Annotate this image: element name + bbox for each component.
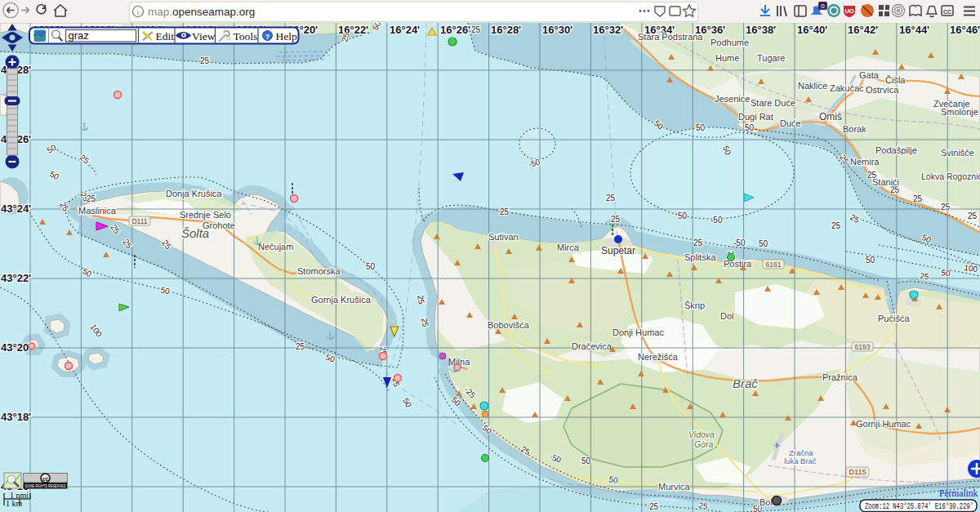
svg-text:50: 50 [759,239,768,248]
svg-text:Gata: Gata [859,70,880,80]
svg-text:25: 25 [941,203,951,211]
svg-text:⚓: ⚓ [79,122,89,131]
svg-text:Šolta: Šolta [181,226,209,240]
svg-text:1 km: 1 km [6,499,23,508]
svg-text:Stanići: Stanići [872,177,899,187]
svg-text:Nečujam: Nečujam [258,242,293,252]
svg-text:Pražnica: Pražnica [822,372,858,382]
svg-text:Bol: Bol [760,497,773,507]
svg-text:Srednje Selo: Srednje Selo [180,210,231,220]
svg-text:50: 50 [581,456,591,465]
svg-text:Dol: Dol [720,311,734,321]
svg-text:Bobovišća: Bobovišća [488,320,530,330]
svg-text:Pučišća: Pučišća [878,314,910,323]
svg-text:Murvica: Murvica [658,482,690,492]
svg-text:Stomorska: Stomorska [297,266,341,276]
svg-text:Čišla: Čišla [885,75,906,85]
svg-text:25: 25 [296,342,305,351]
svg-text:Supetar: Supetar [601,245,635,256]
svg-text:graz: graz [69,29,89,42]
svg-text:Škrip: Škrip [684,301,705,310]
svg-text:Nerežišća: Nerežišća [638,352,679,362]
svg-text:Maslinica: Maslinica [78,206,117,216]
svg-text:Zakučac: Zakučac [830,83,864,93]
svg-text:Zoom:12 N43°25.874' E16°30.229: Zoom:12 N43°25.874' E16°30.229' [865,502,973,511]
svg-text:Naklice: Naklice [798,81,827,91]
svg-text:16°28': 16°28' [491,24,521,36]
svg-text:Splitska: Splitska [684,252,716,262]
svg-text:⚓: ⚓ [325,331,335,341]
svg-text:Tools: Tools [234,30,258,42]
svg-text:Podhume: Podhume [710,38,749,47]
svg-text:Hume: Hume [715,53,739,63]
svg-text:Nemira: Nemira [850,157,880,167]
svg-text:Donja Krušica: Donja Krušica [166,189,222,198]
svg-text:cc: cc [42,476,49,482]
svg-text:Tugare: Tugare [757,53,785,63]
svg-text:Omiš: Omiš [819,111,842,122]
svg-text:25: 25 [649,502,659,511]
svg-text:25: 25 [606,194,616,203]
svg-text:16°40': 16°40' [797,24,827,36]
svg-text:Help: Help [276,30,297,42]
svg-text:50: 50 [366,262,376,271]
svg-text:⚓: ⚓ [252,236,262,246]
svg-text:25: 25 [913,194,923,203]
svg-text:16°30': 16°30' [542,24,572,36]
svg-text:50: 50 [678,211,688,220]
svg-text:Dračevica: Dračevica [572,341,612,351]
svg-text:✈: ✈ [773,441,780,450]
svg-text:43°22': 43°22' [1,272,31,284]
svg-text:Stara Podstrana: Stara Podstrana [638,32,703,42]
svg-text:D115: D115 [849,468,866,476]
svg-text:25: 25 [471,25,481,34]
svg-text:luka Brač: luka Brač [784,456,817,465]
svg-text:Duće: Duće [780,118,801,128]
svg-text:Dugi Rat: Dugi Rat [738,112,773,122]
svg-text:-50: -50 [710,216,723,225]
svg-text:Podašpilje: Podašpilje [875,145,917,155]
svg-text:Donji Humac: Donji Humac [612,327,664,337]
svg-text:16°24': 16°24' [390,24,420,36]
svg-text:⚓: ⚓ [449,363,459,373]
svg-text:UO: UO [844,7,853,15]
svg-text:Vidova: Vidova [688,430,715,439]
svg-text:25: 25 [968,211,978,220]
svg-text:Mirca: Mirca [557,243,580,252]
svg-text:i: i [137,8,140,16]
svg-text:-50: -50 [733,238,746,247]
svg-text:Gornji Humac: Gornji Humac [856,419,911,429]
svg-text:16°32': 16°32' [593,24,623,36]
svg-text:Stare Duće: Stare Duće [751,98,795,108]
svg-text:Svinišče: Svinišče [941,148,974,158]
svg-text:map.openseamap.org: map.openseamap.org [148,6,255,18]
svg-text:Smolonje: Smolonje [941,107,978,117]
svg-text:43°24': 43°24' [1,203,31,215]
svg-text:Postira: Postira [724,259,752,269]
svg-text:6161: 6161 [766,260,782,269]
svg-text:50: 50 [941,268,951,278]
svg-text:Gòra: Gòra [694,439,714,449]
svg-text:Ostrvica: Ostrvica [866,85,899,95]
svg-text:25: 25 [500,207,510,216]
svg-text:43°18': 43°18' [1,411,31,423]
svg-text:6193: 6193 [855,343,871,351]
svg-text:50: 50 [696,123,706,132]
svg-text:Lokva Rogoznica: Lokva Rogoznica [921,171,980,181]
svg-text:16°38': 16°38' [746,24,776,36]
svg-text:16°42': 16°42' [848,24,878,36]
svg-text:25: 25 [200,56,210,65]
svg-text:Edit: Edit [156,30,175,42]
svg-text:Sutivan: Sutivan [488,232,519,242]
svg-text:16°46': 16°46' [950,24,980,36]
svg-text:Borak: Borak [843,124,866,134]
svg-text:?: ? [265,32,270,41]
svg-text:25: 25 [611,215,621,224]
svg-text:Jesenice: Jesenice [715,94,750,104]
svg-text:CC: CC [943,9,951,15]
svg-text:D111: D111 [131,217,147,225]
svg-text:25: 25 [831,221,841,230]
svg-text:25: 25 [693,238,703,247]
svg-text:SOME RIGHTS RESERVED: SOME RIGHTS RESERVED [25,483,66,488]
svg-text:Permalink: Permalink [939,488,978,498]
